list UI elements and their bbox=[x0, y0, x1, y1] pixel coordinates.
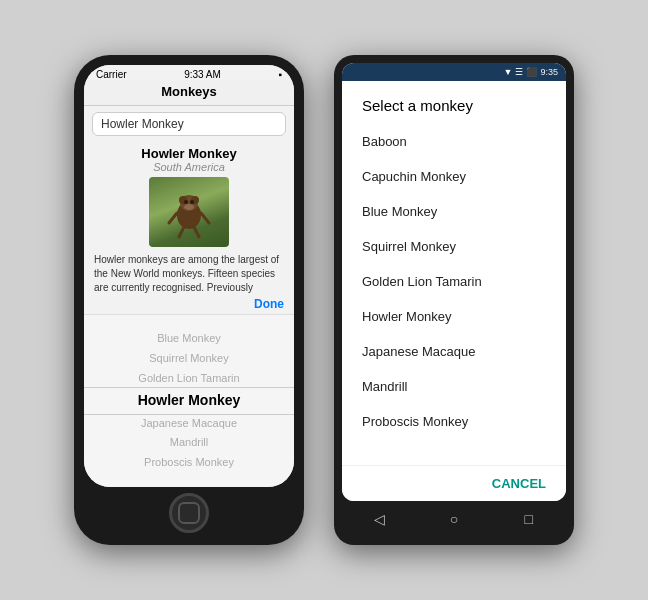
dialog-item-blue-monkey[interactable]: Blue Monkey bbox=[342, 194, 566, 229]
picker-item-japanese-macaque[interactable]: Japanese Macaque bbox=[141, 414, 237, 434]
iphone-search-field[interactable]: Howler Monkey bbox=[92, 112, 286, 136]
search-value: Howler Monkey bbox=[101, 117, 184, 131]
svg-line-7 bbox=[169, 213, 177, 223]
android-nav-bar: ◁ ○ □ bbox=[342, 501, 566, 537]
home-button-inner bbox=[178, 502, 200, 524]
monkey-picker[interactable]: Blue Monkey Squirrel Monkey Golden Lion … bbox=[84, 314, 294, 487]
picker-item-blue-monkey[interactable]: Blue Monkey bbox=[157, 329, 221, 349]
monkey-image-area bbox=[84, 177, 294, 247]
picker-item-howler-monkey[interactable]: Howler Monkey bbox=[138, 388, 241, 413]
svg-point-6 bbox=[190, 200, 194, 204]
monkey-image bbox=[149, 177, 229, 247]
dialog-item-golden-lion-tamarin[interactable]: Golden Lion Tamarin bbox=[342, 264, 566, 299]
iphone-nav-bar: Monkeys bbox=[84, 80, 294, 106]
picker-item-mandrill[interactable]: Mandrill bbox=[170, 433, 209, 453]
dialog-item-japanese-macaque[interactable]: Japanese Macaque bbox=[342, 334, 566, 369]
picker-item-squirrel-monkey[interactable]: Squirrel Monkey bbox=[149, 349, 228, 369]
dialog-item-mandrill[interactable]: Mandrill bbox=[342, 369, 566, 404]
monkey-name: Howler Monkey bbox=[84, 146, 294, 161]
dialog-item-howler-monkey[interactable]: Howler Monkey bbox=[342, 299, 566, 334]
back-button[interactable]: ◁ bbox=[367, 507, 391, 531]
iphone-home-button[interactable] bbox=[169, 493, 209, 533]
dialog-title: Select a monkey bbox=[342, 81, 566, 124]
iphone-status-bar: Carrier 9:33 AM ▪ bbox=[84, 65, 294, 80]
monkey-description: Howler monkeys are among the largest of … bbox=[84, 253, 294, 295]
dialog-list: Baboon Capuchin Monkey Blue Monkey Squir… bbox=[342, 124, 566, 465]
battery-icon: ⬛ bbox=[526, 67, 537, 77]
picker-item-golden-lion[interactable]: Golden Lion Tamarin bbox=[138, 369, 239, 389]
android-device: ▼ ☰ ⬛ 9:35 Select a monkey Baboon Capuch… bbox=[334, 55, 574, 545]
android-screen: ▼ ☰ ⬛ 9:35 Select a monkey Baboon Capuch… bbox=[342, 63, 566, 501]
iphone-device: Carrier 9:33 AM ▪ Monkeys Howler Monkey … bbox=[74, 55, 304, 545]
picker-item-proboscis-monkey[interactable]: Proboscis Monkey bbox=[144, 453, 234, 473]
svg-point-4 bbox=[184, 204, 194, 210]
battery-icon: ▪ bbox=[278, 69, 282, 80]
monkey-region: South America bbox=[84, 161, 294, 173]
done-button[interactable]: Done bbox=[84, 295, 294, 314]
monkey-svg-icon bbox=[164, 185, 214, 240]
android-dialog: Select a monkey Baboon Capuchin Monkey B… bbox=[342, 81, 566, 501]
svg-line-9 bbox=[179, 227, 184, 237]
dialog-item-squirrel-monkey[interactable]: Squirrel Monkey bbox=[342, 229, 566, 264]
recent-button[interactable]: □ bbox=[517, 507, 541, 531]
cancel-button[interactable]: CANCEL bbox=[342, 465, 566, 501]
iphone-screen: Carrier 9:33 AM ▪ Monkeys Howler Monkey … bbox=[84, 65, 294, 487]
dialog-item-baboon[interactable]: Baboon bbox=[342, 124, 566, 159]
dialog-item-capuchin-monkey[interactable]: Capuchin Monkey bbox=[342, 159, 566, 194]
time-display: 9:35 bbox=[540, 67, 558, 77]
svg-point-5 bbox=[184, 200, 188, 204]
time-label: 9:33 AM bbox=[184, 69, 221, 80]
dialog-item-proboscis-monkey[interactable]: Proboscis Monkey bbox=[342, 404, 566, 439]
iphone-content: Howler Monkey South America bbox=[84, 142, 294, 314]
android-status-bar: ▼ ☰ ⬛ 9:35 bbox=[342, 63, 566, 81]
svg-line-8 bbox=[201, 213, 209, 223]
svg-line-10 bbox=[194, 227, 199, 237]
carrier-label: Carrier bbox=[96, 69, 127, 80]
status-icons: ▼ ☰ ⬛ 9:35 bbox=[504, 67, 558, 77]
nav-title: Monkeys bbox=[161, 84, 217, 99]
wifi-icon: ▼ bbox=[504, 67, 513, 77]
signal-icon: ☰ bbox=[515, 67, 523, 77]
home-button[interactable]: ○ bbox=[442, 507, 466, 531]
